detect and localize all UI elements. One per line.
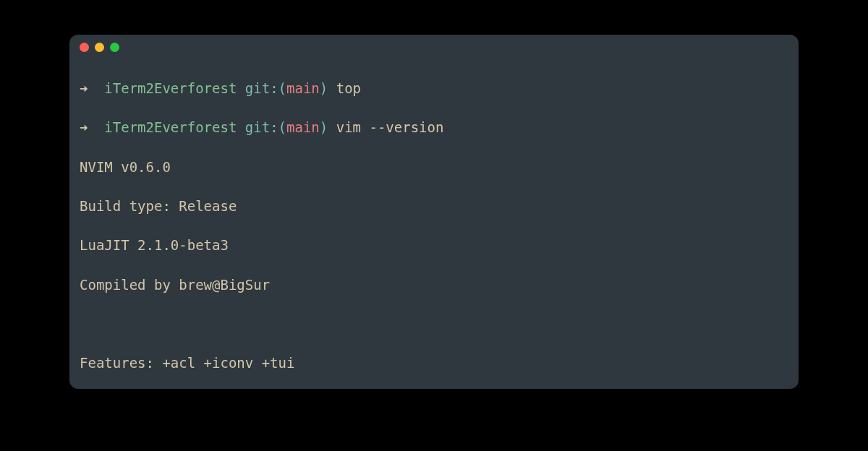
maximize-icon[interactable]: [110, 43, 119, 52]
paren-open: (: [278, 119, 286, 135]
arrow-icon: ➜: [80, 119, 88, 135]
output-line: Build type: Release: [80, 197, 788, 216]
minimize-icon[interactable]: [95, 43, 104, 52]
paren-open: (: [278, 80, 286, 96]
output-line: Compiled by brew@BigSur: [80, 275, 788, 295]
git-branch: main: [286, 80, 320, 96]
terminal-output[interactable]: ➜ iTerm2Everforest git:(main) top ➜ iTer…: [69, 59, 799, 389]
output-line: NVIM v0.6.0: [80, 158, 788, 177]
prompt-line: ➜ iTerm2Everforest git:(main) top: [80, 79, 788, 98]
typed-command: top: [336, 80, 361, 96]
paren-close: ): [320, 80, 328, 96]
output-line: [80, 314, 788, 334]
terminal-window[interactable]: ➜ iTerm2Everforest git:(main) top ➜ iTer…: [69, 35, 799, 389]
cwd-segment: iTerm2Everforest: [104, 80, 237, 96]
window-titlebar: [69, 35, 799, 59]
prompt-line: ➜ iTerm2Everforest git:(main) vim --vers…: [80, 118, 788, 137]
arrow-icon: ➜: [80, 80, 88, 96]
cwd-segment: iTerm2Everforest: [104, 119, 237, 135]
close-icon[interactable]: [80, 43, 89, 52]
paren-close: ): [320, 119, 328, 135]
git-branch: main: [286, 119, 320, 135]
git-label: git:: [245, 80, 278, 96]
output-line: Features: +acl +iconv +tui: [80, 353, 788, 373]
git-label: git:: [245, 119, 278, 135]
output-line: LuaJIT 2.1.0-beta3: [80, 236, 788, 255]
typed-command: vim --version: [336, 119, 444, 135]
